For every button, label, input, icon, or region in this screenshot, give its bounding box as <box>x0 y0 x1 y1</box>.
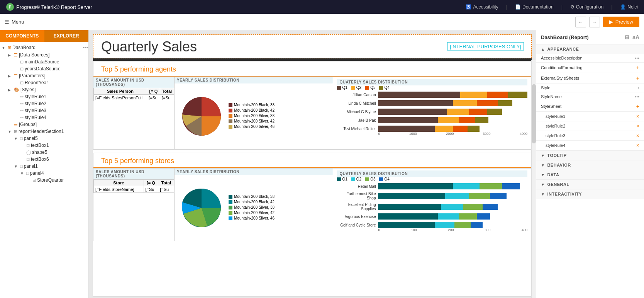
forward-button[interactable]: → <box>589 17 600 27</box>
tree-item-datasources[interactable]: ▶ ☰ [Data Sources] <box>0 51 88 58</box>
stylesheet-item-close-3[interactable]: × <box>636 133 639 139</box>
tree-item-panel4[interactable]: ▼ □ panel4 <box>0 170 88 177</box>
tree-item-textbox1[interactable]: ⊡ textBox1 <box>0 142 88 149</box>
stores-legend-label-5: Mountain-200 Silver, 46 <box>234 216 275 220</box>
tree-item-stylerule4-tree[interactable]: ✏ styleRule4 <box>0 114 88 121</box>
tree-item-stylerule3-tree[interactable]: ✏ styleRule3 <box>0 107 88 114</box>
tree-item-reportyear[interactable]: ⊟ ReportYear <box>0 79 88 86</box>
legend-color-1 <box>229 103 232 107</box>
left-sidebar: COMPONENTS EXPLORER ▼ ⊞ DashBoard ••• ▶ … <box>0 30 89 298</box>
stores-legend-item-1: Mountain-200 Black, 38 <box>229 194 275 199</box>
col-salesperson: Sales Person <box>94 88 147 95</box>
behavior-section-header[interactable]: ▼ BEHAVIOR <box>536 160 644 170</box>
tree-item-storequarter[interactable]: ⊟ StoreQuarter <box>0 177 88 184</box>
tooltip-section-header[interactable]: ▼ ToolTip <box>536 151 644 160</box>
tree-item-dashboard[interactable]: ▼ ⊞ DashBoard ••• <box>0 44 88 51</box>
stylesheet-item-close-1[interactable]: × <box>636 113 639 119</box>
panel-icon-1: □ <box>20 136 23 141</box>
bar-q2-4 <box>438 117 459 123</box>
stores-axis-200: 200 <box>448 228 454 232</box>
textbox-icon-1: ⊡ <box>26 143 30 148</box>
tree-item-textbox6[interactable]: ⊡ textBox6 <box>0 156 88 163</box>
prop-chevron-style[interactable]: › <box>638 85 639 90</box>
prop-label-stylesheet: StyleSheet <box>541 104 636 109</box>
report-watermark: [INTERNAL PURPOSES ONLY] <box>447 43 524 51</box>
data-label: DATA <box>547 172 559 177</box>
stylesheet-item-close-4[interactable]: × <box>636 142 639 148</box>
bar-label-1: Jillian Carson <box>337 93 376 97</box>
user-link[interactable]: 👤 Nelci <box>620 4 638 10</box>
back-button[interactable]: ← <box>575 17 586 27</box>
bar-q2-3 <box>447 109 469 115</box>
prop-plus-conditional[interactable]: + <box>636 65 639 71</box>
bar-label-3: Michael G Blythe <box>337 110 376 114</box>
tree-item-parameters[interactable]: ▶ ☰ [Parameters] <box>0 72 88 79</box>
prop-dots-accessible[interactable]: ••• <box>635 56 639 60</box>
col-store: Store <box>94 180 144 186</box>
stores-bar-segments-5 <box>378 222 527 228</box>
data-section: ▼ DATA <box>536 170 644 180</box>
stores-bar-legend-color-q4 <box>379 177 383 181</box>
chevron-down-data: ▼ <box>541 173 545 177</box>
agents-bar-axis: 0 1000 2000 3000 4000 <box>378 132 527 136</box>
scroll-thumb[interactable] <box>532 84 536 144</box>
general-label: GENERAL <box>547 182 569 187</box>
stores-pie-area: Mountain-200 Black, 38 Mountain-200 Blac… <box>175 175 333 241</box>
menu-button[interactable]: ☰ Menu <box>5 19 24 25</box>
interactivity-section-header[interactable]: ▼ INTERACTIVITY <box>536 189 644 199</box>
tree-item-panel1[interactable]: ▼ □ panel1 <box>0 163 88 170</box>
agents-table-panel: SALES AMOUNT IN USD (THOUSANDS) Sales Pe… <box>93 77 175 149</box>
prop-dots-stylename[interactable]: ••• <box>635 94 639 99</box>
stores-pie-slice-2 <box>202 189 221 208</box>
appearance-section-header[interactable]: ▲ APPEARANCE <box>536 44 644 54</box>
panel-list-icon[interactable]: ⊞ <box>625 34 629 40</box>
toggle-icon: ▶ <box>8 88 14 92</box>
tab-explorer[interactable]: EXPLORER <box>44 30 89 42</box>
table-row: [=Fields.SalesPersonFull [=Su [=Su <box>94 95 174 101</box>
stores-legend-label-4: Mountain-200 Silver, 42 <box>234 211 275 215</box>
stores-bar-legend: Q1 Q2 Q3 Q4 <box>337 177 527 181</box>
bar-q1-2 <box>378 100 452 106</box>
tree-item-maindatasource[interactable]: ⊟ mainDataSource <box>0 58 88 65</box>
preview-button[interactable]: ▶ Preview <box>603 17 639 27</box>
general-section-header[interactable]: ▼ GENERAL <box>536 180 644 189</box>
configuration-link[interactable]: ⚙ Configuration <box>570 4 603 10</box>
tree-item-panel5[interactable]: ▼ □ panel5 <box>0 135 88 142</box>
agents-bar-header: QUATERLY SALES DISTRIBUTION <box>337 79 527 85</box>
tree-container: ▼ ⊞ DashBoard ••• ▶ ☰ [Data Sources] ⊟ m… <box>0 42 88 185</box>
prop-plus-external[interactable]: + <box>636 75 639 81</box>
top-nav-links: ♿ Accessibility | 📄 Documentation | ⚙ Co… <box>466 4 638 10</box>
prop-accessible-desc: AccessibleDescription ••• <box>536 54 644 63</box>
progress-icon: P <box>6 3 14 11</box>
datasources-icon: ☰ <box>14 53 18 58</box>
bar-label-4: Jae B Pak <box>337 118 376 123</box>
data-section-header[interactable]: ▼ DATA <box>536 170 644 179</box>
center-content: Quarterly Sales [INTERNAL PURPOSES ONLY]… <box>89 30 536 298</box>
stylesheet-item-close-2[interactable]: × <box>636 123 639 129</box>
stores-pie-legend: Mountain-200 Black, 38 Mountain-200 Blac… <box>229 194 275 221</box>
tree-item-stylerule2-tree[interactable]: ✏ styleRule2 <box>0 100 88 107</box>
tree-item-shape5[interactable]: ◯ shape5 <box>0 149 88 156</box>
agents-bar-legend: Q1 Q2 Q3 Q4 <box>337 85 527 90</box>
table-icon-2: ⊟ <box>20 66 24 72</box>
prop-plus-stylesheet[interactable]: + <box>636 103 639 109</box>
appearance-label: APPEARANCE <box>547 47 579 51</box>
tab-components[interactable]: COMPONENTS <box>0 30 44 42</box>
panel-text-icon[interactable]: aA <box>632 34 639 40</box>
section-icon: ⊞ <box>14 129 17 134</box>
right-panel-title: DashBoard (Report) ⊞ aA <box>536 30 644 44</box>
tree-item-stylerule1-tree[interactable]: ✏ styleRule1 <box>0 93 88 100</box>
shape-icon: ◯ <box>26 150 31 155</box>
dots-icon[interactable]: ••• <box>83 44 88 51</box>
secondary-navigation: ☰ Menu ← → ▶ Preview <box>0 14 644 30</box>
bar-legend-label-q1: Q1 <box>342 85 347 90</box>
tree-item-styles[interactable]: ▶ 🎨 [Styles] <box>0 86 88 93</box>
tree-item-reportheader[interactable]: ▼ ⊞ reportHeaderSection1 <box>0 128 88 135</box>
stylesheet-item-3: styleRule3 × <box>536 131 644 141</box>
vertical-scrollbar[interactable] <box>531 60 536 298</box>
tree-item-groups[interactable]: ☰ [Groups] <box>0 121 88 128</box>
accessibility-link[interactable]: ♿ Accessibility <box>466 4 498 10</box>
documentation-link[interactable]: 📄 Documentation <box>515 4 554 10</box>
tree-item-yearsdatasource[interactable]: ⊟ yearsDataSource <box>0 65 88 72</box>
bar-legend-color-q3 <box>365 86 369 90</box>
